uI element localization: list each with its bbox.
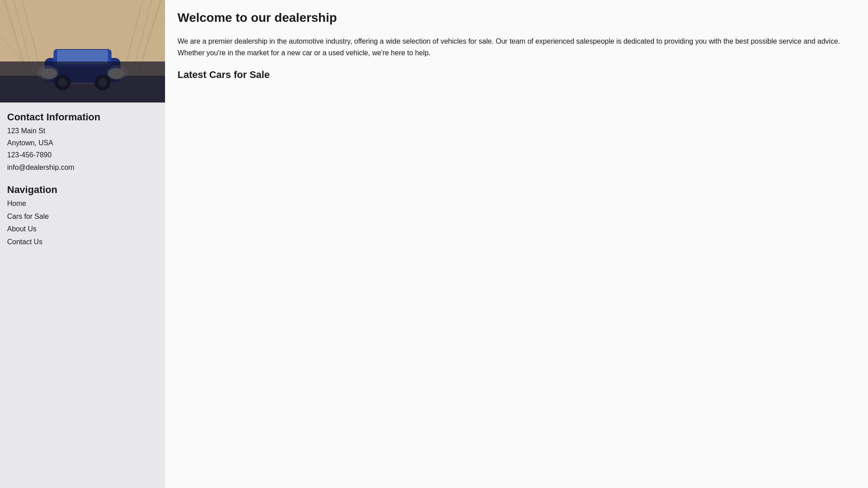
sidebar-hero-image: [0, 0, 165, 103]
contact-section: Contact Information 123 Main St Anytown,…: [7, 111, 158, 173]
svg-rect-12: [45, 58, 120, 82]
nav-link-home[interactable]: Home: [7, 200, 26, 207]
navigation-title: Navigation: [7, 184, 158, 196]
nav-link-cars[interactable]: Cars for Sale: [7, 213, 49, 220]
nav-item-contact[interactable]: Contact Us: [7, 236, 158, 249]
svg-rect-11: [71, 80, 94, 84]
svg-point-16: [54, 74, 70, 90]
contact-email: info@dealership.com: [7, 161, 158, 173]
contact-title: Contact Information: [7, 111, 158, 123]
svg-point-18: [95, 74, 111, 90]
nav-link-contact[interactable]: Contact Us: [7, 238, 42, 246]
nav-link-about[interactable]: About Us: [7, 225, 37, 233]
page-title: Welcome to our dealership: [178, 11, 856, 25]
sidebar: Contact Information 123 Main St Anytown,…: [0, 0, 165, 488]
sidebar-info: Contact Information 123 Main St Anytown,…: [0, 103, 165, 488]
nav-list: Home Cars for Sale About Us Contact Us: [7, 197, 158, 249]
nav-item-home[interactable]: Home: [7, 197, 158, 210]
svg-point-17: [58, 78, 67, 87]
contact-address-line2: Anytown, USA: [7, 137, 158, 149]
svg-rect-10: [0, 76, 165, 103]
svg-point-14: [41, 68, 57, 79]
svg-point-19: [98, 78, 107, 87]
svg-rect-20: [57, 50, 108, 64]
navigation-section: Navigation Home Cars for Sale About Us C…: [7, 184, 158, 249]
main-description: We are a premier dealership in the autom…: [178, 36, 856, 58]
contact-phone: 123-456-7890: [7, 149, 158, 161]
svg-point-22: [107, 66, 128, 80]
cars-section-title: Latest Cars for Sale: [178, 69, 856, 81]
svg-point-15: [108, 68, 124, 79]
contact-address-line1: 123 Main St: [7, 125, 158, 137]
svg-point-21: [37, 66, 58, 80]
nav-item-about[interactable]: About Us: [7, 223, 158, 236]
main-content: Welcome to our dealership We are a premi…: [165, 0, 868, 488]
nav-item-cars[interactable]: Cars for Sale: [7, 210, 158, 223]
